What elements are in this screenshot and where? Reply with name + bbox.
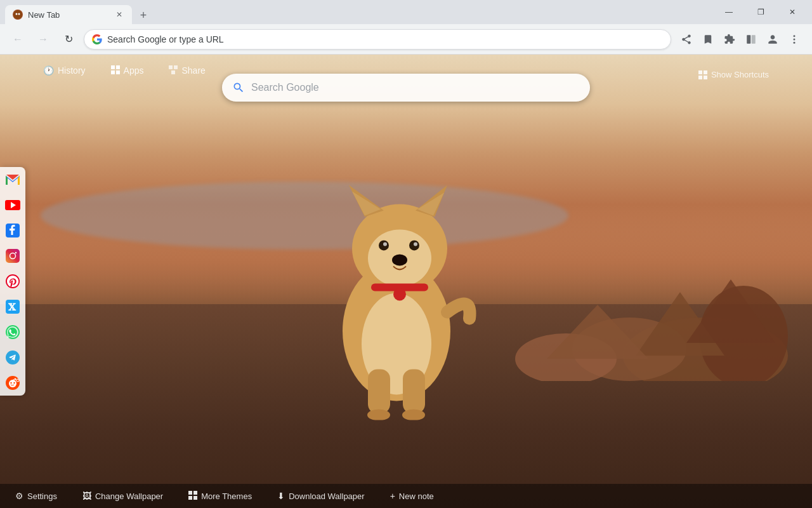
svg-rect-67 — [193, 496, 197, 500]
svg-point-50 — [15, 252, 16, 253]
svg-point-58 — [10, 382, 11, 384]
ntp-search-container: Search Google — [222, 74, 590, 102]
tab-close-button[interactable]: ✕ — [114, 10, 124, 20]
settings-icon: ⚙ — [15, 491, 23, 501]
back-button[interactable]: ← — [8, 29, 28, 50]
tab-favicon — [13, 10, 23, 20]
svg-point-6 — [794, 38, 796, 40]
ntp-shortcuts[interactable]: Show Shortcuts — [693, 67, 774, 82]
whatsapp-icon — [4, 323, 22, 341]
sidebar-item-telegram[interactable] — [0, 345, 25, 370]
sidebar-item-facebook[interactable] — [0, 218, 25, 243]
omnibox-text: Search Google or type a URL — [107, 34, 663, 44]
extensions-button[interactable] — [719, 29, 740, 50]
refresh-button[interactable]: ↻ — [58, 29, 79, 50]
instagram-icon — [4, 247, 22, 265]
split-screen-button[interactable] — [741, 29, 761, 50]
more-themes-icon — [188, 491, 197, 502]
bookmark-button[interactable] — [698, 29, 718, 50]
svg-point-29 — [393, 288, 406, 300]
sidebar-item-twitter[interactable]: 𝕏 — [0, 294, 25, 319]
svg-point-25 — [383, 242, 387, 246]
forward-button[interactable]: → — [33, 29, 53, 50]
svg-rect-38 — [169, 65, 173, 69]
svg-rect-66 — [188, 496, 192, 500]
settings-label: Settings — [27, 491, 57, 501]
apps-label: Apps — [124, 65, 144, 76]
share-page-button[interactable] — [676, 29, 697, 50]
omnibox[interactable]: Search Google or type a URL — [84, 29, 671, 50]
youtube-icon — [4, 196, 22, 214]
share-icon — [169, 65, 178, 76]
pinterest-icon — [4, 272, 22, 290]
close-button[interactable]: ✕ — [778, 2, 807, 22]
google-logo-icon — [92, 34, 102, 44]
ntp-search-bar[interactable]: Search Google — [222, 74, 590, 102]
sidebar-item-reddit[interactable] — [0, 370, 25, 396]
svg-rect-37 — [116, 70, 120, 74]
svg-rect-42 — [704, 70, 707, 74]
title-bar: New Tab ✕ + — ❐ ✕ — [0, 0, 812, 24]
toolbar: ← → ↻ Search Google or type a URL — [0, 24, 812, 55]
svg-rect-65 — [193, 491, 197, 495]
settings-button[interactable]: ⚙ Settings — [10, 488, 62, 504]
svg-rect-35 — [116, 65, 120, 69]
apps-icon — [111, 65, 120, 76]
svg-rect-41 — [698, 70, 702, 74]
svg-point-27 — [392, 254, 407, 265]
svg-rect-3 — [747, 35, 750, 44]
new-note-icon: + — [390, 491, 395, 501]
svg-rect-34 — [111, 65, 115, 69]
tab-strip: New Tab ✕ + — [5, 0, 709, 24]
minimize-button[interactable]: — — [714, 2, 743, 22]
gmail-icon — [4, 171, 22, 189]
toolbar-actions — [676, 29, 804, 50]
telegram-icon — [4, 349, 22, 366]
tab-title: New Tab — [28, 10, 109, 20]
menu-button[interactable] — [784, 29, 804, 50]
download-wallpaper-label: Download Wallpaper — [289, 491, 364, 501]
new-note-button[interactable]: + New note — [385, 488, 439, 504]
maximize-button[interactable]: ❐ — [746, 2, 775, 22]
svg-text:𝕏: 𝕏 — [8, 302, 16, 312]
svg-rect-30 — [368, 369, 390, 413]
change-wallpaper-button[interactable]: 🖼 Change Wallpaper — [77, 488, 168, 504]
new-note-label: New note — [399, 491, 434, 501]
more-themes-button[interactable]: More Themes — [183, 488, 257, 504]
download-wallpaper-button[interactable]: ⬇ Download Wallpaper — [272, 488, 369, 504]
share-nav-item[interactable]: Share — [164, 63, 210, 79]
svg-rect-31 — [403, 369, 425, 413]
svg-rect-4 — [752, 35, 756, 44]
svg-point-57 — [9, 380, 16, 387]
svg-rect-64 — [188, 491, 192, 495]
svg-rect-48 — [6, 249, 20, 263]
sidebar: 𝕏 — [0, 167, 25, 396]
sidebar-item-instagram[interactable] — [0, 243, 25, 269]
svg-rect-43 — [698, 76, 702, 79]
apps-nav-item[interactable]: Apps — [106, 63, 149, 79]
sidebar-item-gmail[interactable] — [0, 167, 25, 192]
ntp-bottombar: ⚙ Settings 🖼 Change Wallpaper More Theme… — [0, 484, 812, 508]
sidebar-item-pinterest[interactable] — [0, 269, 25, 294]
sidebar-item-whatsapp[interactable] — [0, 319, 25, 345]
account-button[interactable] — [763, 29, 783, 50]
window-controls: — ❐ ✕ — [709, 2, 807, 22]
svg-rect-40 — [171, 70, 175, 74]
active-tab[interactable]: New Tab ✕ — [5, 5, 132, 24]
svg-rect-44 — [704, 76, 707, 79]
change-wallpaper-label: Change Wallpaper — [95, 491, 163, 501]
new-tab-button[interactable]: + — [134, 6, 152, 24]
shortcuts-grid-icon — [698, 70, 707, 79]
search-icon — [232, 81, 245, 94]
svg-point-63 — [17, 380, 19, 382]
browser-frame: New Tab ✕ + — ❐ ✕ ← → ↻ — [0, 0, 812, 508]
svg-point-1 — [16, 13, 18, 15]
svg-rect-36 — [111, 70, 115, 74]
svg-point-7 — [794, 41, 796, 43]
history-nav-item[interactable]: 🕐 History — [38, 63, 91, 78]
new-tab-page: 🕐 History Apps Share S — [0, 55, 812, 508]
show-shortcuts-button[interactable]: Show Shortcuts — [693, 67, 774, 82]
svg-point-55 — [6, 351, 20, 364]
svg-line-61 — [13, 380, 15, 381]
sidebar-item-youtube[interactable] — [0, 192, 25, 218]
